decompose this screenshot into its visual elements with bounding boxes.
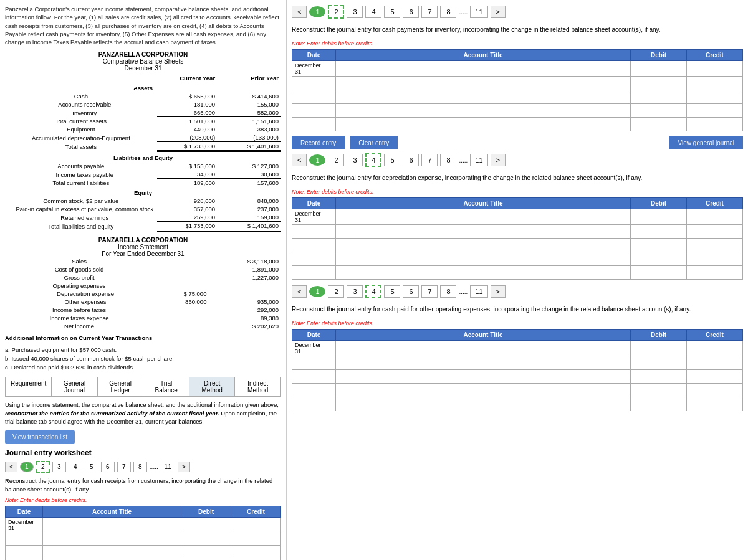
rj2-credit-input[interactable] bbox=[689, 214, 740, 221]
rj2-debit-input[interactable] bbox=[633, 214, 684, 221]
rj1-credit-input5[interactable] bbox=[689, 121, 740, 128]
credit-input[interactable] bbox=[234, 548, 278, 555]
rj1-account3[interactable] bbox=[336, 90, 631, 104]
left-nav-4[interactable]: 4 bbox=[69, 462, 82, 472]
rj2-credit-input5[interactable] bbox=[689, 269, 740, 276]
debit-cell[interactable] bbox=[181, 533, 231, 545]
rj1-debit-input2[interactable] bbox=[633, 80, 684, 87]
rj2-debit-input3[interactable] bbox=[633, 242, 684, 249]
right-nav3-3[interactable]: 3 bbox=[347, 285, 363, 298]
right-nav2-7[interactable]: 7 bbox=[421, 154, 438, 166]
credit-input[interactable] bbox=[234, 536, 278, 543]
right-nav2-8[interactable]: 8 bbox=[440, 154, 456, 166]
right-nav-4[interactable]: 4 bbox=[365, 6, 381, 18]
left-nav-11[interactable]: 11 bbox=[161, 462, 175, 472]
right-nav3-8[interactable]: 8 bbox=[440, 285, 456, 298]
rj2-account-input[interactable] bbox=[338, 214, 628, 221]
credit-cell[interactable] bbox=[231, 533, 281, 545]
rj3-account-input4[interactable] bbox=[338, 387, 628, 394]
rj3-account-input2[interactable] bbox=[338, 359, 628, 366]
right-nav-6[interactable]: 6 bbox=[403, 6, 419, 18]
rj2-debit-input5[interactable] bbox=[633, 269, 684, 276]
right-nav2-prev[interactable]: < bbox=[292, 154, 307, 166]
right-nav-3[interactable]: 3 bbox=[347, 6, 363, 18]
rj3-debit-input3[interactable] bbox=[633, 373, 684, 380]
right-nav-2[interactable]: 2 bbox=[328, 5, 344, 19]
right-nav2-1[interactable]: 1 bbox=[309, 154, 325, 166]
left-nav-8[interactable]: 8 bbox=[133, 462, 147, 472]
rj3-credit[interactable] bbox=[687, 341, 743, 356]
rj2-account-input4[interactable] bbox=[338, 255, 628, 262]
rj1-credit3[interactable] bbox=[687, 90, 743, 104]
debit-input[interactable] bbox=[184, 536, 228, 543]
tab-general-journal[interactable]: General Journal bbox=[52, 377, 98, 396]
right-nav2-2[interactable]: 2 bbox=[328, 154, 344, 166]
account-cell[interactable] bbox=[43, 533, 181, 545]
right-nav-1[interactable]: 1 bbox=[309, 6, 325, 17]
left-nav-2[interactable]: 2 bbox=[36, 461, 50, 473]
right-nav3-1[interactable]: 1 bbox=[309, 286, 325, 297]
rj3-credit-input3[interactable] bbox=[689, 373, 740, 380]
credit-cell[interactable] bbox=[231, 558, 281, 560]
right-nav3-7[interactable]: 7 bbox=[421, 285, 438, 298]
rj2-account-input5[interactable] bbox=[338, 269, 628, 276]
left-nav-7[interactable]: 7 bbox=[117, 462, 131, 472]
left-nav-6[interactable]: 6 bbox=[101, 462, 115, 472]
record-entry-button[interactable]: Record entry bbox=[292, 136, 345, 149]
rj2-account-input3[interactable] bbox=[338, 242, 628, 249]
right-nav3-6[interactable]: 6 bbox=[403, 285, 419, 298]
left-nav-prev[interactable]: < bbox=[5, 462, 17, 472]
rj1-account-input[interactable] bbox=[338, 65, 628, 72]
rj2-credit-input4[interactable] bbox=[689, 255, 740, 262]
right-nav3-11[interactable]: 11 bbox=[470, 285, 487, 298]
debit-cell[interactable] bbox=[181, 545, 231, 558]
rj1-debit3[interactable] bbox=[631, 90, 687, 104]
account-input[interactable] bbox=[46, 548, 178, 555]
rj1-debit-input5[interactable] bbox=[633, 121, 684, 128]
right-nav-7[interactable]: 7 bbox=[421, 6, 438, 18]
rj3-debit-input2[interactable] bbox=[633, 359, 684, 366]
rj2-account-input2[interactable] bbox=[338, 228, 628, 235]
left-nav-1[interactable]: 1 bbox=[20, 462, 34, 472]
right-nav3-5[interactable]: 5 bbox=[384, 285, 400, 298]
rj2-debit-input2[interactable] bbox=[633, 228, 684, 235]
rj3-account-input[interactable] bbox=[338, 345, 628, 352]
right-nav-5[interactable]: 5 bbox=[384, 6, 400, 18]
debit-cell[interactable] bbox=[181, 517, 231, 533]
debit-input[interactable] bbox=[184, 521, 228, 528]
right-nav2-11[interactable]: 11 bbox=[470, 154, 487, 166]
account-input[interactable] bbox=[46, 536, 178, 543]
account-cell[interactable] bbox=[43, 517, 181, 533]
clear-entry-button[interactable]: Clear entry bbox=[350, 136, 398, 149]
account-cell[interactable] bbox=[43, 545, 181, 558]
rj2-credit-input2[interactable] bbox=[689, 228, 740, 235]
rj1-account-input4[interactable] bbox=[338, 107, 628, 114]
left-nav-5[interactable]: 5 bbox=[85, 462, 98, 472]
rj3-account-input5[interactable] bbox=[338, 401, 628, 407]
rj1-account[interactable] bbox=[336, 61, 631, 77]
right-nav2-6[interactable]: 6 bbox=[403, 154, 419, 166]
credit-cell[interactable] bbox=[231, 545, 281, 558]
rj1-account-input3[interactable] bbox=[338, 93, 628, 100]
tab-requirement[interactable]: Requirement bbox=[6, 377, 52, 396]
rj2-account[interactable] bbox=[336, 209, 631, 225]
right-nav3-prev[interactable]: < bbox=[292, 285, 307, 298]
rj1-account5[interactable] bbox=[336, 118, 631, 131]
left-nav-next[interactable]: > bbox=[178, 462, 190, 472]
rj1-credit[interactable] bbox=[687, 61, 743, 77]
right-nav-next[interactable]: > bbox=[491, 6, 506, 18]
rj1-debit-input4[interactable] bbox=[633, 107, 684, 114]
rj2-credit[interactable] bbox=[687, 209, 743, 225]
rj3-account[interactable] bbox=[336, 341, 631, 356]
right-nav-prev[interactable]: < bbox=[292, 6, 307, 18]
debit-cell[interactable] bbox=[181, 558, 231, 560]
right-nav3-next[interactable]: > bbox=[491, 285, 506, 298]
rj1-debit5[interactable] bbox=[631, 118, 687, 131]
rj1-debit-input3[interactable] bbox=[633, 93, 684, 100]
rj3-debit[interactable] bbox=[631, 341, 687, 356]
right-nav-11[interactable]: 11 bbox=[470, 6, 487, 18]
rj3-credit-input2[interactable] bbox=[689, 359, 740, 366]
rj1-credit-input[interactable] bbox=[689, 65, 740, 72]
account-cell[interactable] bbox=[43, 558, 181, 560]
rj2-debit[interactable] bbox=[631, 209, 687, 225]
